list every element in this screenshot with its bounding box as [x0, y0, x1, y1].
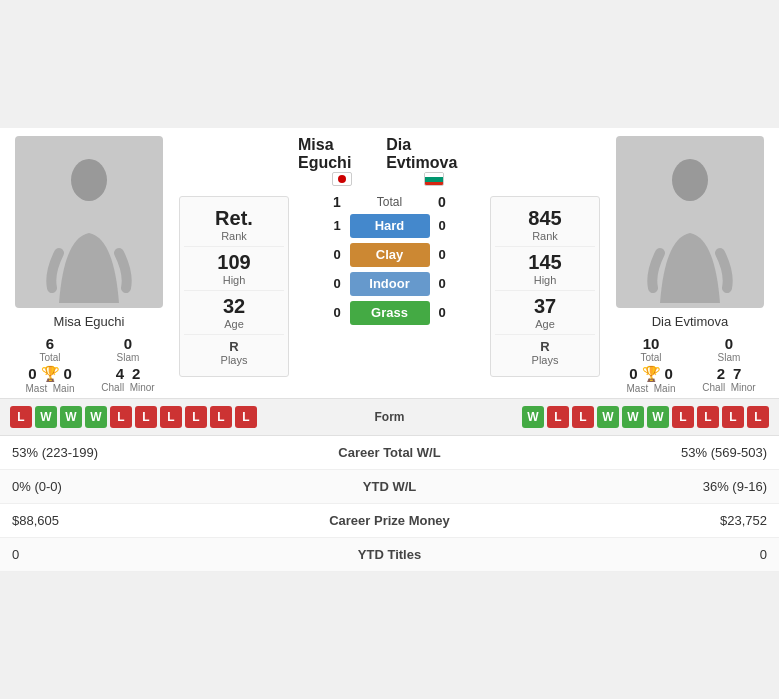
left-form-0: L [10, 406, 32, 428]
right-high-lbl: High [534, 274, 557, 286]
right-rank-item: 845 Rank [495, 203, 595, 247]
left-header-name: Misa Eguchi [298, 136, 386, 172]
left-age-item: 32 Age [184, 291, 284, 335]
right-rank-val: 845 [528, 207, 561, 230]
clay-left-num: 0 [325, 247, 350, 262]
left-ytd-wl: 0% (0-0) [12, 479, 300, 494]
left-form-7: L [185, 406, 207, 428]
right-player-header: Dia Evtimova [386, 136, 481, 186]
clay-surface-row: 0 Clay 0 [294, 243, 485, 267]
left-player-name: Misa Eguchi [54, 314, 125, 329]
ytd-wl-label: YTD W/L [300, 479, 480, 494]
left-form-9: L [235, 406, 257, 428]
left-mast-stat: 0 🏆 0 Mast Main [15, 365, 85, 394]
right-form-0: W [522, 406, 544, 428]
form-label: Form [340, 410, 440, 424]
right-mast-val: 0 [629, 365, 637, 382]
right-age-item: 37 Age [495, 291, 595, 335]
left-player-header: Misa Eguchi [298, 136, 386, 186]
left-form-3: W [85, 406, 107, 428]
right-player-stats: 10 Total 0 Slam 0 🏆 0 Mast Main [616, 335, 764, 394]
right-chall-val: 2 [717, 365, 725, 382]
left-form-pills: L W W W L L L L L L [10, 406, 340, 428]
hard-surface-btn: Hard [350, 214, 430, 238]
right-high-val: 145 [528, 251, 561, 274]
right-form-8: L [722, 406, 744, 428]
left-form-5: L [135, 406, 157, 428]
right-player-flag [424, 172, 444, 186]
left-plays-lbl: Plays [221, 354, 248, 366]
left-mast-lbl: Mast Main [26, 383, 75, 394]
total-left-num: 1 [325, 194, 350, 210]
left-total-lbl: Total [39, 352, 60, 363]
left-rank-val: Ret. [215, 207, 253, 230]
right-main-val: 0 [665, 365, 673, 382]
clay-right-num: 0 [430, 247, 455, 262]
right-ytd-titles: 0 [480, 547, 768, 562]
right-chall-minor-stat: 2 7 Chall Minor [694, 365, 764, 394]
left-high-item: 109 High [184, 247, 284, 291]
left-mast-val: 0 [28, 365, 36, 382]
left-player-flag [332, 172, 352, 186]
right-chall-lbl: Chall Minor [702, 382, 755, 393]
left-form-1: W [35, 406, 57, 428]
ytd-wl-row: 0% (0-0) YTD W/L 36% (9-16) [0, 470, 779, 504]
right-player-photo [616, 136, 764, 308]
right-player-column: Dia Evtimova 10 Total 0 Slam 0 🏆 0 [605, 136, 775, 394]
left-chall-val: 4 [116, 365, 124, 382]
indoor-left-num: 0 [325, 276, 350, 291]
indoor-right-num: 0 [430, 276, 455, 291]
form-section: L W W W L L L L L L Form W L L W W W L L… [0, 398, 779, 436]
left-stats-box: Ret. Rank 109 High 32 Age R Plays [179, 196, 289, 377]
main-comparison-section: Misa Eguchi 6 Total 0 Slam 0 🏆 0 [0, 128, 779, 398]
left-slam-val: 0 [124, 335, 132, 352]
left-high-lbl: High [223, 274, 246, 286]
grass-right-num: 0 [430, 305, 455, 320]
hard-right-num: 0 [430, 218, 455, 233]
grass-surface-btn: Grass [350, 301, 430, 325]
right-total-stat: 10 Total [616, 335, 686, 363]
left-prize-money: $88,605 [12, 513, 300, 528]
right-stats-box: 845 Rank 145 High 37 Age R Plays [490, 196, 600, 377]
left-main-val: 0 [64, 365, 72, 382]
right-header-name: Dia Evtimova [386, 136, 481, 172]
left-rank-lbl: Rank [221, 230, 247, 242]
left-chall-lbl: Chall Minor [101, 382, 154, 393]
right-high-item: 145 High [495, 247, 595, 291]
right-minor-val: 7 [733, 365, 741, 382]
left-plays-item: R Plays [184, 335, 284, 370]
center-comparison: Misa Eguchi Dia Evtimova 1 Total 0 [294, 136, 485, 394]
right-slam-stat: 0 Slam [694, 335, 764, 363]
left-trophy-icon: 🏆 [41, 365, 60, 383]
stats-table: 53% (223-199) Career Total W/L 53% (569-… [0, 436, 779, 572]
right-plays-val: R [540, 339, 549, 354]
right-form-5: W [647, 406, 669, 428]
right-form-3: W [597, 406, 619, 428]
left-player-column: Misa Eguchi 6 Total 0 Slam 0 🏆 0 [4, 136, 174, 394]
right-total-lbl: Total [640, 352, 661, 363]
career-wl-row: 53% (223-199) Career Total W/L 53% (569-… [0, 436, 779, 470]
svg-point-0 [71, 159, 107, 201]
right-age-val: 37 [534, 295, 556, 318]
total-center-label: Total [350, 195, 430, 209]
right-trophy-icon: 🏆 [642, 365, 661, 383]
left-career-wl: 53% (223-199) [12, 445, 300, 460]
right-slam-lbl: Slam [718, 352, 741, 363]
prize-money-row: $88,605 Career Prize Money $23,752 [0, 504, 779, 538]
right-career-wl: 53% (569-503) [480, 445, 768, 460]
right-mast-lbl: Mast Main [627, 383, 676, 394]
indoor-surface-btn: Indoor [350, 272, 430, 296]
left-slam-lbl: Slam [117, 352, 140, 363]
right-rank-lbl: Rank [532, 230, 558, 242]
right-form-7: L [697, 406, 719, 428]
left-ytd-titles: 0 [12, 547, 300, 562]
right-form-9: L [747, 406, 769, 428]
right-prize-money: $23,752 [480, 513, 768, 528]
grass-left-num: 0 [325, 305, 350, 320]
left-high-val: 109 [217, 251, 250, 274]
right-ytd-wl: 36% (9-16) [480, 479, 768, 494]
right-total-val: 10 [643, 335, 660, 352]
left-chall-minor-stat: 4 2 Chall Minor [93, 365, 163, 394]
grass-surface-row: 0 Grass 0 [294, 301, 485, 325]
right-player-name: Dia Evtimova [652, 314, 729, 329]
